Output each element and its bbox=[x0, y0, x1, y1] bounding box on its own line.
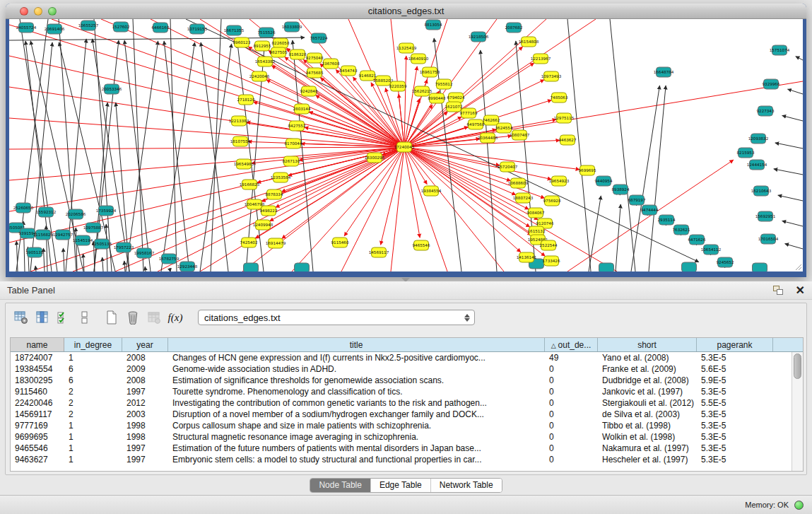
graph-node[interactable]: 16154808 bbox=[519, 37, 539, 47]
graph-node[interactable]: 18300295 bbox=[365, 153, 385, 163]
tab-edge-table[interactable]: Edge Table bbox=[371, 479, 431, 492]
graph-node[interactable]: 16671355 bbox=[224, 25, 245, 35]
table-cell[interactable]: 1 bbox=[64, 352, 122, 363]
graph-node[interactable]: 8938924 bbox=[612, 185, 630, 194]
graph-node[interactable]: 9084067 bbox=[527, 208, 545, 218]
graph-node[interactable]: 1527602 bbox=[112, 22, 130, 32]
table-cell[interactable]: 0 bbox=[545, 375, 598, 386]
graph-node[interactable]: 9465546 bbox=[413, 240, 430, 250]
graph-node[interactable]: 6879197 bbox=[628, 195, 646, 205]
graph-node[interactable]: 8427552 bbox=[288, 121, 306, 131]
table-cell[interactable]: 0 bbox=[545, 443, 598, 454]
table-cell[interactable]: Embryonic stem cells: a model to study s… bbox=[168, 454, 545, 465]
table-cell[interactable]: 2003 bbox=[122, 409, 168, 420]
graph-node[interactable]: 10655257 bbox=[78, 21, 99, 30]
table-cell[interactable]: 0 bbox=[545, 386, 598, 397]
table-cell[interactable]: 0 bbox=[545, 431, 598, 443]
network-canvas[interactable]: 2405572420691406106552571527602646616010… bbox=[9, 19, 803, 271]
graph-node[interactable]: 9474444 bbox=[641, 205, 659, 215]
table-row[interactable]: 1830029562008Estimation of significance … bbox=[11, 375, 792, 386]
table-cell[interactable]: 19384554 bbox=[11, 363, 64, 375]
column-header-out_de[interactable]: △out_de... bbox=[545, 338, 598, 351]
graph-node[interactable]: 8226058 bbox=[272, 38, 290, 48]
graph-node[interactable]: 12213967 bbox=[531, 54, 551, 64]
graph-node[interactable] bbox=[295, 263, 310, 271]
minimize-window-button[interactable] bbox=[34, 7, 42, 16]
table-cell[interactable]: Investigating the contribution of common… bbox=[168, 397, 545, 409]
table-row[interactable]: 969969511998Structural magnetic resonanc… bbox=[11, 431, 792, 443]
graph-node[interactable]: 20691406 bbox=[45, 24, 65, 34]
table-cell[interactable]: 0 bbox=[545, 454, 598, 465]
graph-node[interactable]: 16648784 bbox=[654, 67, 674, 77]
table-cell[interactable]: 49 bbox=[545, 352, 598, 363]
scrollbar-thumb[interactable] bbox=[794, 354, 801, 379]
tab-network-table[interactable]: Network Table bbox=[431, 479, 502, 492]
graph-node[interactable]: 8813054 bbox=[425, 20, 442, 30]
graph-node[interactable] bbox=[682, 262, 697, 271]
graph-node[interactable]: 10719155 bbox=[187, 24, 208, 34]
table-cell[interactable]: 5.3E-5 bbox=[697, 409, 773, 420]
table-cell[interactable]: Tibbo et al. (1998) bbox=[598, 420, 697, 431]
graph-node[interactable]: 19218506 bbox=[469, 32, 489, 42]
table-cell[interactable]: 1 bbox=[64, 420, 122, 431]
table-cell[interactable]: 2012 bbox=[122, 397, 168, 409]
table-row[interactable]: 1456911722003Disruption of a novel membe… bbox=[11, 409, 792, 420]
table-cell[interactable]: Franke et al. (2009) bbox=[598, 363, 697, 375]
table-cell[interactable]: 22420046 bbox=[11, 397, 64, 409]
graph-node[interactable]: 9115460 bbox=[331, 238, 349, 247]
table-cell[interactable]: 2008 bbox=[122, 375, 168, 386]
graph-node-hub[interactable]: 17240045 bbox=[394, 142, 415, 152]
table-row[interactable]: 946554611997Estimation of the future num… bbox=[11, 443, 792, 454]
table-cell[interactable]: 0 bbox=[545, 363, 598, 375]
graph-node[interactable]: 19958167 bbox=[134, 248, 155, 258]
close-window-button[interactable] bbox=[20, 7, 28, 16]
table-cell[interactable]: 6 bbox=[64, 363, 122, 375]
table-cell[interactable]: 1 bbox=[64, 454, 122, 465]
table-cell[interactable]: 1 bbox=[64, 443, 122, 454]
graph-node[interactable]: 14569117 bbox=[369, 247, 389, 257]
graph-node[interactable] bbox=[753, 263, 767, 271]
graph-node[interactable]: 8990448 bbox=[428, 93, 446, 103]
table-cell[interactable]: 0 bbox=[545, 409, 598, 420]
table-cell[interactable]: 1 bbox=[64, 431, 122, 443]
graph-node[interactable]: 9275048 bbox=[306, 53, 324, 63]
table-cell[interactable]: 18724007 bbox=[11, 352, 64, 363]
table-row[interactable]: 1872400712008Changes of HCN gene express… bbox=[11, 352, 792, 363]
graph-node[interactable]: 15720407 bbox=[498, 162, 518, 172]
graph-node[interactable]: 16782759 bbox=[159, 254, 180, 264]
table-cell[interactable]: Structural magnetic resonance image aver… bbox=[168, 431, 545, 443]
table-cell[interactable]: Nakamura et al. (1997) bbox=[598, 443, 697, 454]
table-cell[interactable]: de Silva et al. (2003) bbox=[598, 409, 697, 420]
graph-node[interactable]: 7955812 bbox=[435, 79, 453, 89]
table-cell[interactable]: 5.9E-5 bbox=[697, 375, 773, 386]
graph-node[interactable]: 9329966 bbox=[763, 79, 780, 89]
table-row[interactable]: 977716911998Corpus callosum shape and si… bbox=[11, 420, 792, 431]
graph-node[interactable]: 9777169 bbox=[460, 108, 478, 118]
graph-node[interactable]: 6794024 bbox=[447, 93, 465, 103]
table-cell[interactable]: 9465546 bbox=[11, 443, 64, 454]
graph-node[interactable]: 7515526 bbox=[258, 28, 276, 37]
table-cell[interactable]: 5.3E-5 bbox=[697, 454, 773, 465]
graph-node[interactable]: 19654923 bbox=[549, 176, 570, 186]
table-cell[interactable]: 0 bbox=[545, 397, 598, 409]
graph-node[interactable]: 6471626 bbox=[688, 235, 706, 245]
table-cell[interactable]: 1997 bbox=[122, 454, 168, 465]
resize-grip[interactable] bbox=[796, 264, 801, 270]
table-cell[interactable]: Estimation of significance thresholds fo… bbox=[168, 375, 545, 386]
graph-node[interactable]: 19654985 bbox=[234, 159, 254, 169]
table-cell[interactable]: 5.3E-5 bbox=[697, 443, 773, 454]
close-panel-icon[interactable]: ✕ bbox=[796, 286, 805, 296]
graph-node[interactable]: 18107554 bbox=[230, 136, 251, 146]
table-cell[interactable]: Jankovic et al. (1997) bbox=[598, 386, 697, 397]
column-header-year[interactable]: year bbox=[122, 338, 168, 351]
graph-node[interactable]: 12353584 bbox=[271, 173, 291, 182]
table-cell[interactable]: 1998 bbox=[122, 420, 168, 431]
table-row[interactable]: 911546021997Tourette syndrome. Phenomeno… bbox=[11, 386, 792, 397]
tab-node-table[interactable]: Node Table bbox=[310, 479, 371, 492]
graph-node[interactable]: 9440954 bbox=[595, 176, 613, 186]
table-settings-icon[interactable] bbox=[13, 309, 30, 326]
graph-node[interactable]: 1733426 bbox=[543, 256, 560, 266]
table-cell[interactable]: 6 bbox=[64, 375, 122, 386]
graph-node[interactable]: 12505135 bbox=[92, 239, 112, 249]
graph-node[interactable]: 8960123 bbox=[233, 37, 251, 47]
